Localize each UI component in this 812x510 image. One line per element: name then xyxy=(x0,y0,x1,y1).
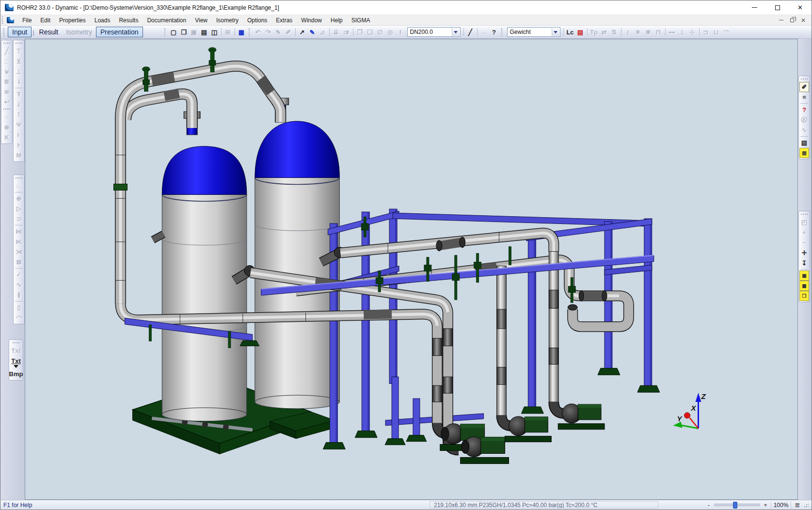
bitmap-button[interactable]: Bmp xyxy=(11,369,21,379)
safety-valve-icon: ⋊ xyxy=(14,247,24,257)
nominal-diameter-value: DN200.0 xyxy=(410,29,433,35)
print-preview-icon[interactable]: ◫ xyxy=(209,27,220,37)
fit-view-icon[interactable]: ↧ xyxy=(799,258,809,268)
zoom-in-button[interactable]: + xyxy=(762,501,769,509)
mdi-close-button[interactable]: ✕ xyxy=(801,17,806,24)
menu-options[interactable]: Options xyxy=(243,16,271,25)
mdi-minimize-button[interactable] xyxy=(779,20,783,20)
valve-icon: ⋈ xyxy=(14,226,24,237)
copy-icon: ❐ xyxy=(355,27,365,37)
menu-view[interactable]: View xyxy=(191,16,212,25)
wheel-icon: ⊛ xyxy=(2,122,12,132)
eraser-icon: ✐ xyxy=(284,27,294,37)
toolbar-grip[interactable] xyxy=(16,177,22,180)
vessel-left[interactable] xyxy=(162,112,247,421)
menu-isometry[interactable]: Isometry xyxy=(212,16,243,25)
save-view-icon[interactable]: ▣ xyxy=(799,271,809,281)
load-view-icon[interactable]: ❒ xyxy=(799,291,809,301)
copy-view-icon[interactable]: ▦ xyxy=(799,281,809,291)
save-neutral-file-icon[interactable]: ▦ xyxy=(237,27,247,37)
menu-help[interactable]: Help xyxy=(326,16,347,25)
menu-edit[interactable]: Edit xyxy=(36,16,55,25)
query-object-icon[interactable]: ? xyxy=(799,105,809,115)
combo-dropdown-button[interactable] xyxy=(452,28,460,36)
status-list-icon[interactable]: ≣ xyxy=(793,501,802,509)
open-file-icon[interactable]: ❒ xyxy=(179,27,189,37)
calculator-icon: ⊞ xyxy=(223,27,233,37)
reducer-icon: ▷ xyxy=(14,204,24,214)
menu-properties[interactable]: Properties xyxy=(55,16,90,25)
nominal-diameter-combobox[interactable]: DN200.0 xyxy=(407,27,461,37)
display-toolbar: ✐ ≡ ? Ⓚ ∿ ▤ ▨ xyxy=(798,76,810,159)
toolbar-grip[interactable] xyxy=(3,109,10,111)
resize-grip[interactable] xyxy=(804,503,809,508)
save-icon: ▣ xyxy=(189,27,199,37)
toolbar-grip[interactable] xyxy=(249,28,251,36)
object-list-icon[interactable]: ≡ xyxy=(799,92,809,102)
paste-icon: ❑ xyxy=(365,27,375,37)
zoom-out-button[interactable]: - xyxy=(705,501,712,509)
text-report-icon[interactable]: ▤ xyxy=(799,138,809,148)
toolbar-grip[interactable] xyxy=(13,342,19,345)
loadcase-list-icon[interactable]: ▤ xyxy=(575,27,586,37)
check-valve-icon: ✓ xyxy=(14,270,24,280)
flange-icon: ⊕ xyxy=(14,193,24,204)
viewport-3d-scene[interactable]: Z X Y xyxy=(25,39,797,499)
stop-y-icon: ⊔ xyxy=(711,27,721,37)
mdi-restore-button[interactable] xyxy=(790,18,794,22)
toolbar-grip[interactable] xyxy=(3,43,10,45)
app-window: ROHR2 33.0 - Dynamic - [D:\Demo-Systeme\… xyxy=(0,0,812,510)
tab-input[interactable]: Input xyxy=(8,27,32,37)
pipe-segment-icon[interactable]: ╱ xyxy=(465,27,476,37)
support-type7-icon: ⊺ xyxy=(14,110,24,120)
tab-presentation[interactable]: Presentation xyxy=(96,27,143,37)
new-file-icon[interactable]: ▢ xyxy=(169,27,179,37)
find-object-icon[interactable]: ? xyxy=(489,27,499,37)
zoom-slider-thumb[interactable] xyxy=(733,502,737,509)
chevron-down-icon xyxy=(554,31,557,33)
minimize-button[interactable] xyxy=(743,0,766,15)
brush-icon: ≋ xyxy=(2,87,12,97)
highlight-hatch-icon[interactable]: ▨ xyxy=(799,148,809,158)
guide-support-icon: ⊹ xyxy=(687,27,698,37)
print-icon[interactable]: ▤ xyxy=(199,27,209,37)
swap-vertical-icon: ⇅ xyxy=(609,27,620,37)
menu-documentation[interactable]: Documentation xyxy=(143,16,191,25)
menu-grip[interactable] xyxy=(2,16,4,24)
close-button[interactable]: ✕ xyxy=(789,0,812,15)
maximize-button[interactable] xyxy=(766,0,789,15)
toolbar-grip[interactable] xyxy=(801,214,808,216)
tab-result[interactable]: Result xyxy=(35,27,63,37)
toolbar-grip[interactable] xyxy=(3,28,6,36)
toolbar-grip[interactable] xyxy=(16,43,22,45)
elbow-icon: ∟ xyxy=(14,181,24,191)
text-label-button[interactable]: Txt xyxy=(11,356,21,366)
hanger-rod-icon: ⊶ xyxy=(667,27,677,37)
menu-sigma[interactable]: SIGMA xyxy=(347,16,375,25)
toolbar-grip[interactable] xyxy=(164,28,167,36)
support-type9-icon: ⊦ xyxy=(14,130,24,140)
draw-element-icon[interactable]: ↗ xyxy=(297,27,307,37)
loadcase-combobox[interactable]: Gewicht xyxy=(507,27,560,37)
menu-extras[interactable]: Extras xyxy=(271,16,297,25)
support-type3-icon: ⊥ xyxy=(14,66,24,77)
toolbar-grip[interactable] xyxy=(801,79,808,81)
menu-results[interactable]: Results xyxy=(114,16,143,25)
chevron-down-icon[interactable] xyxy=(14,365,18,368)
menu-file[interactable]: File xyxy=(18,16,36,25)
menu-loads[interactable]: Loads xyxy=(90,16,115,25)
format-pen-icon[interactable]: ✎ xyxy=(307,27,318,37)
combo-dropdown-button[interactable] xyxy=(552,28,559,36)
pan-view-icon[interactable]: ✛ xyxy=(799,248,809,258)
expansion-joint-icon: ∿ xyxy=(14,280,24,290)
toolbar-grip[interactable] xyxy=(501,28,504,36)
zoom-slider[interactable] xyxy=(714,504,760,506)
vessel-right[interactable] xyxy=(255,98,340,409)
viewport-3d[interactable]: Z X Y xyxy=(25,39,798,500)
erase-markers-icon[interactable]: ✐ xyxy=(799,82,809,92)
support-type8-icon: Ψ xyxy=(14,120,24,130)
menu-window[interactable]: Window xyxy=(297,16,326,25)
straight-pipe-icon: ▯ xyxy=(14,303,24,313)
status-pipe-info: 219.10x6.30 mm P235GH/1.0345 Pc=40.00 ba… xyxy=(430,501,658,509)
loadcase-lc-button[interactable]: Lc xyxy=(565,27,575,37)
